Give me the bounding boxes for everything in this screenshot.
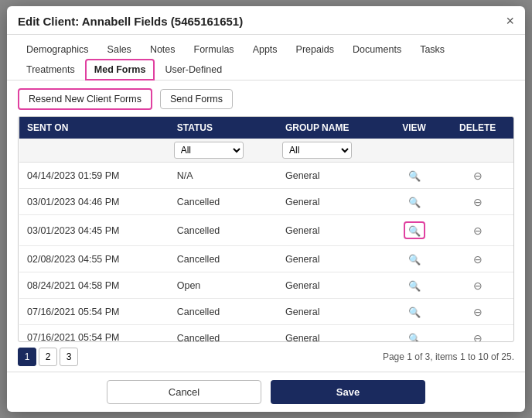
table-row: 07/16/2021 05:54 PM Cancelled General [19, 325, 513, 343]
view-button[interactable] [407, 167, 422, 183]
delete-button[interactable] [472, 277, 484, 293]
forms-table: SENT ON STATUS GROUP NAME VIEW DELETE Al… [19, 117, 513, 342]
sent-on-cell: 04/14/2023 01:59 PM [19, 163, 169, 189]
table-row: 03/01/2023 04:45 PM Cancelled General [19, 215, 513, 246]
tab-notes[interactable]: Notes [142, 39, 184, 60]
modal-title: Edit Client: Annabell Fields (5465161651… [18, 15, 243, 28]
delete-cell [442, 325, 513, 343]
group-filter[interactable]: All General [282, 142, 352, 159]
toolbar: Resend New Client Forms Send Forms [7, 81, 525, 116]
table-row: 04/14/2023 01:59 PM N/A General [19, 163, 513, 189]
group-name-cell: General [278, 325, 387, 343]
page-3-button[interactable]: 3 [60, 348, 78, 366]
table-row: 07/16/2021 05:54 PM Cancelled General [19, 299, 513, 325]
table-row: 08/24/2021 04:58 PM Open General [19, 272, 513, 299]
pagination-summary: Page 1 of 3, items 1 to 10 of 25. [383, 351, 514, 362]
tab-demographics[interactable]: Demographics [18, 39, 97, 60]
status-cell: Cancelled [169, 299, 278, 325]
status-cell: Cancelled [169, 215, 278, 246]
delete-button[interactable] [472, 167, 484, 183]
delete-button[interactable] [472, 330, 484, 342]
view-cell [387, 189, 442, 215]
view-cell [387, 163, 442, 189]
forms-table-container: SENT ON STATUS GROUP NAME VIEW DELETE Al… [18, 116, 514, 342]
delete-cell [442, 189, 513, 215]
col-group-name: GROUP NAME [278, 117, 387, 139]
delete-cell [442, 163, 513, 189]
view-button[interactable] [407, 303, 422, 320]
view-cell [387, 215, 442, 246]
modal-header: Edit Client: Annabell Fields (5465161651… [7, 6, 525, 35]
tab-sales[interactable]: Sales [99, 39, 140, 60]
delete-cell [442, 215, 513, 246]
view-button[interactable] [407, 251, 422, 267]
sent-on-cell: 02/08/2023 04:55 PM [19, 246, 169, 272]
cancel-button[interactable]: Cancel [107, 380, 261, 404]
tab-documents[interactable]: Documents [344, 39, 410, 60]
filter-row: All N/A Cancelled Open All General [19, 139, 513, 163]
edit-client-modal: Edit Client: Annabell Fields (5465161651… [7, 6, 525, 412]
page-2-button[interactable]: 2 [39, 348, 57, 366]
pagination-row: 1 2 3 Page 1 of 3, items 1 to 10 of 25. [7, 342, 525, 372]
status-cell: Cancelled [169, 189, 278, 215]
tab-formulas[interactable]: Formulas [186, 39, 243, 60]
delete-button[interactable] [472, 251, 484, 267]
view-cell [387, 272, 442, 299]
table-row: 03/01/2023 04:46 PM Cancelled General [19, 189, 513, 215]
view-button[interactable] [407, 277, 422, 293]
delete-button[interactable] [472, 303, 484, 320]
pagination-buttons: 1 2 3 [18, 348, 78, 366]
sent-on-cell: 07/16/2021 05:54 PM [19, 299, 169, 325]
group-name-cell: General [278, 163, 387, 189]
view-button[interactable] [407, 194, 422, 210]
tab-tasks[interactable]: Tasks [411, 39, 453, 60]
group-name-cell: General [278, 272, 387, 299]
delete-cell [442, 246, 513, 272]
save-button[interactable]: Save [271, 380, 425, 404]
view-cell [387, 246, 442, 272]
send-forms-button[interactable]: Send Forms [160, 89, 233, 109]
group-name-cell: General [278, 299, 387, 325]
group-name-cell: General [278, 189, 387, 215]
view-button[interactable] [407, 330, 422, 342]
group-name-cell: General [278, 246, 387, 272]
col-view: VIEW [387, 117, 442, 139]
group-name-cell: General [278, 215, 387, 246]
status-cell: N/A [169, 163, 278, 189]
table-row: 02/08/2023 04:55 PM Cancelled General [19, 246, 513, 272]
tabs-bar: Demographics Sales Notes Formulas Appts … [7, 35, 525, 81]
view-cell [387, 299, 442, 325]
tab-prepaids[interactable]: Prepaids [288, 39, 343, 60]
view-button[interactable] [402, 220, 427, 241]
status-cell: Cancelled [169, 325, 278, 343]
status-cell: Cancelled [169, 246, 278, 272]
delete-button[interactable] [472, 194, 484, 210]
col-sent-on: SENT ON [19, 117, 169, 139]
page-1-button[interactable]: 1 [18, 348, 36, 366]
status-cell: Open [169, 272, 278, 299]
delete-cell [442, 272, 513, 299]
tab-user-defined[interactable]: User-Defined [156, 60, 230, 80]
modal-footer: Cancel Save [7, 372, 525, 412]
sent-on-cell: 03/01/2023 04:45 PM [19, 215, 169, 246]
status-filter[interactable]: All N/A Cancelled Open [174, 142, 244, 159]
delete-button[interactable] [472, 222, 484, 238]
tab-treatments[interactable]: Treatments [18, 60, 84, 80]
close-button[interactable]: × [506, 14, 514, 28]
view-cell [387, 325, 442, 343]
sent-on-cell: 07/16/2021 05:54 PM [19, 325, 169, 343]
sent-on-cell: 08/24/2021 04:58 PM [19, 272, 169, 299]
tab-med-forms[interactable]: Med Forms [85, 59, 155, 81]
resend-new-client-forms-button[interactable]: Resend New Client Forms [18, 88, 152, 110]
sent-on-cell: 03/01/2023 04:46 PM [19, 189, 169, 215]
col-delete: DELETE [442, 117, 513, 139]
delete-cell [442, 299, 513, 325]
col-status: STATUS [169, 117, 278, 139]
tab-appts[interactable]: Appts [244, 39, 286, 60]
